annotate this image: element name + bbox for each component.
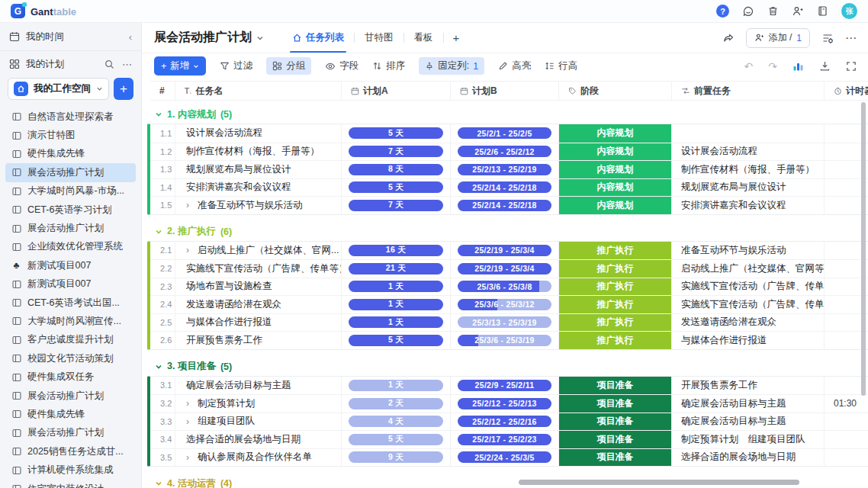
plan-a-cell[interactable]: 5 天 bbox=[342, 178, 451, 197]
redo-icon[interactable]: ↷ bbox=[768, 60, 777, 72]
predecessor-cell[interactable]: 规划展览布局与展位设计 bbox=[672, 178, 825, 197]
title-chevron-down-icon[interactable] bbox=[256, 34, 264, 42]
plan-b-cell[interactable]: 25/2/19 - 25/3/4 bbox=[451, 242, 559, 260]
sidebar-project-item[interactable]: 硬件集成双任务 bbox=[5, 368, 136, 386]
trash-icon[interactable] bbox=[767, 5, 779, 17]
stage-cell[interactable]: 内容规划 bbox=[559, 178, 672, 197]
page-title[interactable]: 展会活动推广计划 bbox=[154, 30, 252, 46]
plan-a-cell[interactable]: 1 天 bbox=[342, 313, 451, 332]
sort-button[interactable]: 排序 bbox=[372, 59, 405, 72]
predecessor-cell[interactable]: 确定展会活动目标与主题 bbox=[672, 394, 825, 413]
stage-cell[interactable]: 项目准备 bbox=[559, 413, 672, 431]
fields-button[interactable]: 字段 bbox=[325, 59, 358, 72]
plan-a-cell[interactable]: 7 天 bbox=[342, 143, 451, 161]
table-row[interactable]: 2.6 › 开展预售票务工作 5 天 25/3/6 - 25/3/19 推广执行… bbox=[150, 331, 868, 349]
sidebar-project-item[interactable]: 自然语言处理探索者 bbox=[5, 108, 136, 126]
task-name-cell[interactable]: › 实施线下宣传活动（广告牌、传单等） bbox=[175, 259, 342, 278]
predecessor-cell[interactable]: 确定展会活动目标与主题 bbox=[672, 413, 825, 431]
plan-b-cell[interactable]: 25/3/6 - 25/3/19 bbox=[451, 331, 559, 349]
plan-b-cell[interactable]: 25/2/13 - 25/2/19 bbox=[451, 160, 559, 178]
task-name-cell[interactable]: › 准备互动环节与娱乐活动 bbox=[175, 196, 342, 214]
plan-b-cell[interactable]: 25/2/12 - 25/2/13 bbox=[451, 394, 559, 413]
task-name-cell[interactable]: › 场地布置与设施检查 bbox=[175, 278, 342, 296]
table-row[interactable]: 1.3 › 规划展览布局与展位设计 8 天 25/2/13 - 25/2/19 … bbox=[150, 160, 868, 178]
app-logo[interactable]: G Ganttable bbox=[11, 4, 76, 18]
plan-b-cell[interactable]: 25/2/24 - 25/3/5 bbox=[451, 448, 559, 467]
plan-b-cell[interactable]: 25/2/12 - 25/2/16 bbox=[451, 413, 559, 431]
task-name-cell[interactable]: › 确定展会活动目标与主题 bbox=[175, 377, 342, 395]
more-icon[interactable]: ⋯ bbox=[122, 59, 132, 70]
filter-button[interactable]: 过滤 bbox=[220, 59, 252, 72]
stage-cell[interactable]: 项目准备 bbox=[559, 394, 672, 413]
undo-icon[interactable]: ↶ bbox=[744, 60, 754, 72]
sidebar-project-item[interactable]: CET-6英语学习计划 bbox=[5, 201, 136, 219]
table-row[interactable]: 2.2 › 实施线下宣传活动（广告牌、传单等） 21 天 25/2/19 - 2… bbox=[150, 259, 868, 278]
chart-icon[interactable] bbox=[792, 60, 804, 72]
stage-cell[interactable]: 内容规划 bbox=[559, 124, 672, 143]
predecessor-cell[interactable]: 准备互动环节与娱乐活动 bbox=[672, 242, 825, 260]
task-name-cell[interactable]: › 确认参展商及合作伙伴名单 bbox=[175, 448, 342, 467]
group-button[interactable]: 分组 bbox=[266, 57, 311, 75]
plan-a-cell[interactable]: 21 天 bbox=[342, 259, 451, 278]
plan-b-cell[interactable]: 25/2/14 - 25/2/18 bbox=[451, 196, 559, 214]
task-name-cell[interactable]: › 选择合适的展会场地与日期 bbox=[175, 430, 342, 448]
share-icon[interactable] bbox=[722, 32, 735, 44]
task-name-cell[interactable]: › 设计展会活动流程 bbox=[175, 124, 342, 143]
table-row[interactable]: 2.1 › 启动线上推广（社交媒体、官网... 16 天 25/2/19 - 2… bbox=[150, 242, 868, 260]
predecessor-cell[interactable]: 选择合适的展会场地与日期 bbox=[672, 448, 825, 467]
predecessor-cell[interactable]: 制作宣传材料（海报、手册等） bbox=[672, 160, 825, 178]
plan-b-cell[interactable]: 25/3/6 - 25/3/12 bbox=[451, 295, 559, 313]
plan-a-cell[interactable]: 16 天 bbox=[342, 242, 451, 260]
stage-cell[interactable]: 项目准备 bbox=[559, 430, 672, 448]
sidebar-project-item[interactable]: 展会活动推广计划 bbox=[5, 219, 136, 237]
sidebar-project-item[interactable]: 大学城时尚风潮宣传... bbox=[5, 312, 136, 330]
stage-cell[interactable]: 内容规划 bbox=[559, 196, 672, 214]
table-row[interactable]: 3.3 › 组建项目团队 4 天 25/2/12 - 25/2/16 项目准备 … bbox=[150, 413, 868, 431]
more-icon[interactable]: ⋯ bbox=[845, 31, 857, 45]
predecessor-cell[interactable]: 启动线上推广（社交媒体、官网等） bbox=[672, 259, 825, 278]
add-workspace-button[interactable]: + bbox=[114, 78, 133, 100]
sidebar-project-item[interactable]: 2025销售任务达成甘... bbox=[5, 442, 136, 461]
collapse-sidebar-icon[interactable]: ‹ bbox=[129, 31, 132, 43]
expand-chevron-icon[interactable]: › bbox=[186, 398, 189, 409]
avatar[interactable]: 张 bbox=[841, 3, 857, 19]
timer-cell[interactable]: 01:30 bbox=[825, 394, 868, 413]
manual-icon[interactable] bbox=[817, 5, 828, 17]
timer-cell[interactable] bbox=[825, 430, 868, 448]
table-row[interactable]: 1.2 › 制作宣传材料（海报、手册等） 7 天 25/2/6 - 25/2/1… bbox=[150, 143, 868, 161]
task-name-cell[interactable]: › 安排演讲嘉宾和会议议程 bbox=[175, 178, 342, 197]
table-row[interactable]: 1.5 › 准备互动环节与娱乐活动 7 天 25/2/14 - 25/2/18 … bbox=[150, 196, 868, 214]
task-name-cell[interactable]: › 与媒体合作进行报道 bbox=[175, 313, 342, 332]
sidebar-item-my-time[interactable]: 我的时间 ‹ bbox=[0, 23, 141, 51]
table-row[interactable]: 1.1 › 设计展会活动流程 5 天 25/2/1 - 25/2/5 内容规划 bbox=[150, 124, 868, 143]
plan-a-cell[interactable]: 5 天 bbox=[342, 430, 451, 448]
table-row[interactable]: 3.1 › 确定展会活动目标与主题 1 天 25/2/9 - 25/2/11 项… bbox=[150, 377, 868, 395]
plan-b-cell[interactable]: 25/3/6 - 25/3/8 bbox=[451, 278, 559, 296]
plan-b-cell[interactable]: 25/2/17 - 25/2/23 bbox=[451, 430, 559, 448]
plan-b-cell[interactable]: 25/2/1 - 25/2/5 bbox=[451, 124, 559, 143]
task-name-cell[interactable]: › 组建项目团队 bbox=[175, 413, 342, 431]
plan-b-cell[interactable]: 25/3/13 - 25/3/19 bbox=[451, 313, 559, 332]
plan-a-cell[interactable]: 1 天 bbox=[342, 278, 451, 296]
stage-cell[interactable]: 推广执行 bbox=[559, 295, 672, 313]
sidebar-project-item[interactable]: 硬件集成先锋 bbox=[5, 145, 136, 163]
plan-b-cell[interactable]: 25/2/19 - 25/3/4 bbox=[451, 259, 559, 278]
fullscreen-icon[interactable] bbox=[846, 61, 857, 72]
sidebar-project-item[interactable]: 展会活动推广计划 bbox=[5, 163, 136, 181]
invite-member-icon[interactable] bbox=[792, 5, 804, 18]
sidebar-project-item[interactable]: CET-6英语考试出国... bbox=[5, 294, 136, 312]
task-name-cell[interactable]: › 启动线上推广（社交媒体、官网... bbox=[175, 242, 342, 260]
col-header-task-name[interactable]: T↓ 任务名 bbox=[175, 82, 342, 100]
vertical-scrollbar[interactable] bbox=[861, 102, 866, 396]
plan-b-cell[interactable]: 25/2/9 - 25/2/11 bbox=[451, 377, 559, 395]
plan-a-cell[interactable]: 9 天 bbox=[342, 448, 451, 467]
table-row[interactable]: 3.2 › 制定预算计划 2 天 25/2/12 - 25/2/13 项目准备 … bbox=[150, 394, 868, 413]
new-task-button[interactable]: + 新增 bbox=[154, 56, 206, 75]
add-member-button[interactable]: 添加 / 1 bbox=[746, 28, 810, 48]
predecessor-cell[interactable]: 安排演讲嘉宾和会议议程 bbox=[672, 196, 825, 214]
col-header-timer[interactable]: 计时器 bbox=[825, 82, 868, 100]
plan-a-cell[interactable]: 5 天 bbox=[342, 124, 451, 143]
expand-chevron-icon[interactable]: › bbox=[186, 452, 189, 463]
expand-chevron-icon[interactable]: › bbox=[186, 416, 189, 427]
table-row[interactable]: 1.4 › 安排演讲嘉宾和会议议程 5 天 25/2/14 - 25/2/18 … bbox=[150, 178, 868, 197]
